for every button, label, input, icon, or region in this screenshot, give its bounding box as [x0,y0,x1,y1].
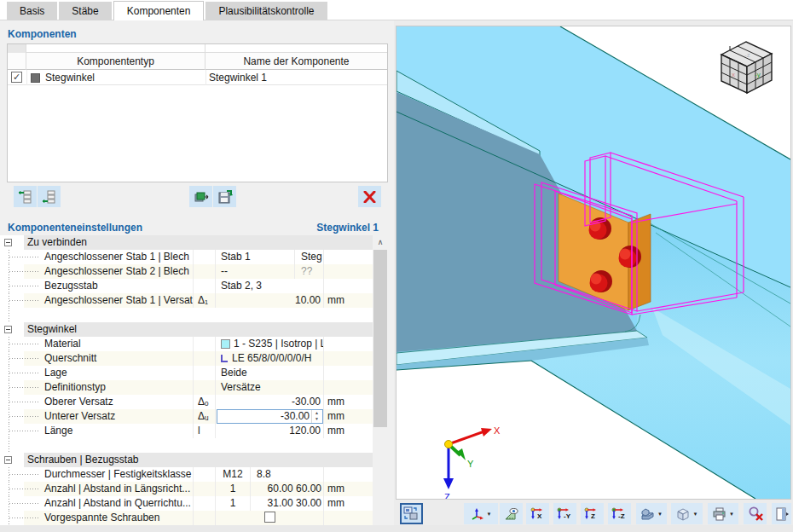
property-value-2: 8.8 [252,467,324,482]
view-minus-z-button[interactable]: -Z [608,503,631,524]
property-value-1: -- [216,264,295,279]
display-mode-button[interactable]: ▼ [636,503,667,524]
isometric-view-button[interactable]: ▼ [464,503,498,524]
status-strip [0,525,793,532]
spinner-arrows[interactable]: ▲▼ [311,410,321,423]
property-row[interactable]: DefinitionstypVersätze [0,380,373,395]
section-header[interactable]: Zu verbinden [0,235,373,250]
model-render: -z x -y X Y Z [396,26,790,499]
svg-text:Z: Z [591,512,595,520]
property-symbol [193,351,215,366]
viewport-toolbar: ▼X-YZ-Z▼▼▼ [396,502,791,525]
property-unit [323,351,373,366]
property-checkbox[interactable] [264,512,275,523]
property-label: Bezugsstab [24,279,193,293]
property-value-1: 1 [216,482,251,496]
axis-label-x: X [494,425,501,436]
property-row[interactable]: Angeschlossener Stab 1 | VersatzΔ₁10.00m… [0,293,373,308]
cube-label-right: -y [755,71,761,78]
tab-komponenten[interactable]: Komponenten [113,1,205,21]
view-x-button[interactable]: X [526,503,549,524]
property-symbol [193,366,215,380]
view-manager-button[interactable] [400,503,423,524]
property-unit [323,264,373,279]
print-button[interactable]: ▼ [708,503,738,524]
components-table[interactable]: Komponententyp Name der Komponente ✓Steg… [7,43,388,182]
collapse-icon[interactable] [4,239,12,246]
section-header[interactable]: Stegwinkel [0,322,373,337]
property-value: -30.00 [215,395,323,409]
property-value-1: M12 [216,467,251,482]
property-unit [323,279,373,293]
property-row[interactable]: Angeschlossener Stab 2 | Blech--?? [0,264,373,279]
dropdown-arrow-icon[interactable]: ▼ [692,512,697,517]
property-row[interactable]: Durchmesser | FestigkeitsklasseM128.8 [0,467,373,482]
tab-stäbe[interactable]: Stäbe [59,2,111,21]
property-value: Stab 2, 3 [215,279,323,293]
property-label: Lage [24,366,193,380]
property-label: Länge [24,424,193,438]
property-row[interactable]: Unterer VersatzΔᵤ-30.00▲▼mm [0,409,373,424]
dropdown-arrow-icon[interactable]: ▼ [657,512,663,517]
property-label: Angeschlossener Stab 1 | Blech [24,250,193,264]
property-label: Querschnitt [24,351,193,366]
save-component-defaults-button[interactable] [213,186,236,207]
work-plane-view-button[interactable] [500,503,523,524]
scroll-up-button[interactable]: ∧ [373,235,388,250]
property-row[interactable]: Oberer VersatzΔₒ-30.00mm [0,395,373,409]
property-label: Material [24,337,193,351]
property-label: Angeschlossener Stab 2 | Blech [24,264,193,279]
insert-component-before-button[interactable] [14,186,37,207]
zoom-off-button[interactable] [744,503,767,524]
property-row[interactable]: Längel120.00mm [0,424,373,438]
property-symbol: Δₒ [193,395,215,409]
model-view-button[interactable]: ▼ [671,503,702,524]
property-symbol [193,482,215,496]
tab-plausibilitätskontrolle[interactable]: Plausibilitätskontrolle [205,2,327,21]
viewport-3d[interactable]: -z x -y X Y Z [396,26,791,500]
property-value-2: 31.00 30.00 [252,496,324,511]
tab-basis[interactable]: Basis [7,2,57,21]
property-row[interactable]: BezugsstabStab 2, 3 [0,279,373,293]
property-row[interactable]: Anzahl | Abstand in Längsricht...160.00 … [0,482,373,496]
cube-label-left: x [732,71,735,78]
property-row[interactable]: LageBeide [0,366,373,380]
property-value: Beide [215,366,323,380]
settings-scrollbar[interactable]: ∧ ∨ [373,235,388,532]
property-value: 10.00 [215,293,323,308]
panel-toggle-button[interactable] [772,503,791,524]
property-unit [323,250,373,264]
property-row[interactable]: Vorgespannte Schrauben [0,511,373,525]
property-value-1: 1 [216,496,251,511]
navigation-cube[interactable]: -z x -y [721,42,772,93]
component-row[interactable]: ✓StegwinkelStegwinkel 1 [8,70,387,85]
value-spinner-input[interactable]: -30.00▲▼ [217,409,323,424]
property-row[interactable]: Angeschlossener Stab 1 | BlechStab 1Steg [0,250,373,264]
property-label: Durchmesser | Festigkeitsklasse [24,467,193,482]
dropdown-arrow-icon[interactable]: ▼ [487,512,492,517]
collapse-icon[interactable] [4,326,12,333]
property-symbol [193,467,215,482]
property-row[interactable]: Material1 - S235 | Isotrop | Linear ela.… [0,337,373,351]
property-unit: mm [323,424,373,438]
dropdown-arrow-icon[interactable]: ▼ [729,512,734,517]
property-unit [323,511,373,525]
property-symbol [193,279,215,293]
component-active-checkbox[interactable]: ✓ [11,72,22,83]
settings-selected-component: Stegwinkel 1 [316,222,379,234]
collapse-icon[interactable] [4,456,12,464]
section-header[interactable]: Schrauben | Bezugsstab [0,453,373,467]
svg-text:-Z: -Z [618,512,625,520]
property-row[interactable]: Anzahl | Abstand in Querrichtu...131.00 … [0,496,373,511]
component-name-cell[interactable]: Stegwinkel 1 [209,70,267,85]
transfer-component-button[interactable] [189,186,212,207]
view-minus-y-button[interactable]: -Y [553,503,576,524]
property-row[interactable]: QuerschnittLE 65/8/0/0/0/0/H [0,351,373,366]
insert-component-after-button[interactable] [38,186,61,207]
property-unit [323,380,373,395]
view-z-button[interactable]: Z [581,503,604,524]
delete-component-button[interactable] [358,186,381,207]
scrollbar-thumb[interactable] [373,250,387,427]
property-symbol [193,337,215,351]
property-unit: mm [323,409,373,424]
